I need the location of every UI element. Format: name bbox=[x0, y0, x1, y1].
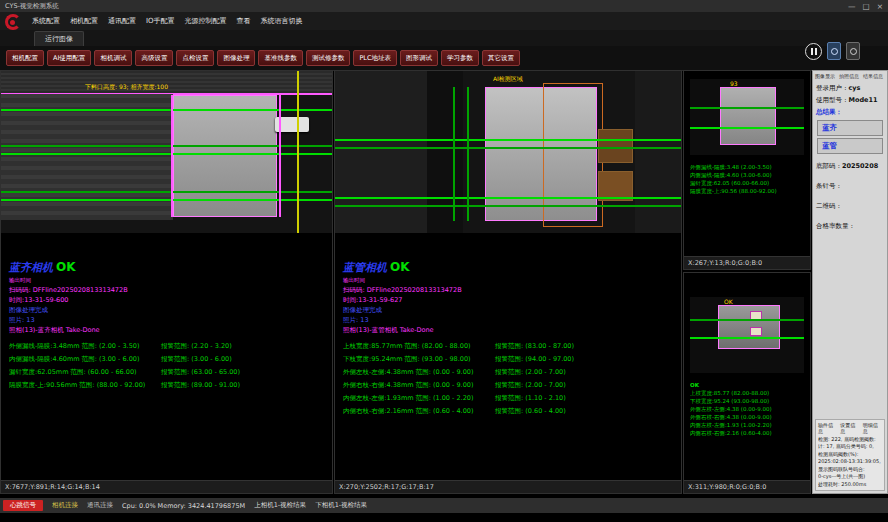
middle-camera-image[interactable]: AI检测区域 bbox=[335, 71, 681, 233]
mid-pixel-coordinates: X:270;Y:2502;R:17;G:17;B:17 bbox=[335, 480, 681, 493]
left-output-time-label: 输出时间 bbox=[9, 275, 328, 285]
menu-item-view[interactable]: 查看 bbox=[237, 16, 251, 26]
camera-upper-icon[interactable] bbox=[827, 42, 841, 60]
camera-lower-icon[interactable] bbox=[846, 42, 860, 60]
left-time-text: 时间:13-31-59-600 bbox=[9, 295, 328, 305]
panel-tab-result[interactable]: 结果信息 bbox=[863, 73, 883, 79]
measurement-alarm-range: 报警范围: (83.00 - 87.00) bbox=[495, 340, 574, 353]
menu-item-system-config[interactable]: 系统配置 bbox=[32, 16, 60, 26]
measurement-alarm-range: 报警范围: (63.00 - 65.00) bbox=[161, 366, 240, 379]
toolbar-advanced-settings-button[interactable]: 高级设置 bbox=[135, 50, 173, 66]
statistics-tabs: 输件信息 设置信息 明细信息 bbox=[818, 422, 882, 434]
titlebar: CYS-视觉检测系统 — □ × bbox=[0, 0, 888, 12]
measurement-row: 外侧漏线-隔膜:3.48mm 范围: (2.00 - 3.50) 报警范围: (… bbox=[9, 340, 328, 353]
measurement-row: 外侧右枝-右侧:4.38mm 范围: (0.00 - 9.00) 报警范围: (… bbox=[343, 379, 677, 392]
toolbar-baseline-params-button[interactable]: 基准线参数 bbox=[258, 50, 303, 66]
left-photo-count-text: 照片: 13 bbox=[9, 315, 328, 325]
measurement-row: 内侧左枝-左侧:1.93mm 范围: (1.00 - 2.20) 报警范围: (… bbox=[343, 392, 677, 405]
toolbar-learn-params-button[interactable]: 学习参数 bbox=[441, 50, 479, 66]
comm-connection-status: 通讯连接 bbox=[87, 501, 113, 510]
thumb-result-line: 内侧右枝-右侧:2.16 (0.60-4.00) bbox=[690, 429, 808, 437]
toolbar-image-process-button[interactable]: 图像处理 bbox=[217, 50, 255, 66]
measurement-row: 内侧漏线-隔膜:4.60mm 范围: (3.00 - 6.00) 报警范围: (… bbox=[9, 353, 328, 366]
thumb-status-text: OK bbox=[690, 381, 808, 389]
thumbnail-lower-image[interactable]: OK bbox=[690, 297, 804, 373]
measurement-value: 上枝宽度:85.77mm 范围: (82.00 - 88.00) bbox=[343, 340, 495, 353]
tab-run-image[interactable]: 运行图像 bbox=[34, 31, 84, 46]
app-window: CYS-视觉检测系统 — □ × 系统配置 相机配置 通讯配置 IO手配置 光源… bbox=[0, 0, 888, 522]
model-value: Mode11 bbox=[849, 96, 878, 104]
stats-line: 计: 17, 底码分类号码: 0, bbox=[818, 443, 882, 451]
mid-overlay-label: AI检测区域 bbox=[493, 75, 523, 84]
measure-line-green-vertical bbox=[467, 87, 469, 221]
menu-item-camera-config[interactable]: 相机配置 bbox=[70, 16, 98, 26]
stats-line: 处理耗时: 250.00ms bbox=[818, 481, 882, 489]
stats-line: 检测底码阀数(%): bbox=[818, 451, 882, 459]
measurement-value: 隔膜宽度-上:90.56mm 范围: (88.00 - 92.00) bbox=[9, 379, 161, 392]
left-barcode-text: 扫码码: DFFline2025020813313472B bbox=[9, 285, 328, 295]
thumbnail-upper-image[interactable]: 93 bbox=[690, 79, 804, 155]
menu-item-comm-config[interactable]: 通讯配置 bbox=[108, 16, 136, 26]
measure-line-green bbox=[335, 205, 681, 207]
toolbar-icon-group bbox=[805, 42, 860, 60]
panel-header-tabs: 图像显示 拍照信息 结果信息 bbox=[813, 71, 887, 82]
pass-rate-label: 合格率数量： bbox=[813, 220, 887, 232]
left-capture-note-text: 照相(13)-蓝齐相机 Take-Done bbox=[9, 325, 328, 335]
menu-item-light-config[interactable]: 光源控制配置 bbox=[185, 16, 227, 26]
left-result-status: OK bbox=[56, 260, 76, 274]
measurement-alarm-range: 报警范围: (0.60 - 4.00) bbox=[495, 405, 566, 418]
measurement-row: 内侧右枝-右侧:2.16mm 范围: (0.60 - 4.00) 报警范围: (… bbox=[343, 405, 677, 418]
stats-tab-parts[interactable]: 输件信息 bbox=[818, 422, 837, 434]
toolbar-graphic-debug-button[interactable]: 图形调试 bbox=[400, 50, 438, 66]
mid-image-background-structure bbox=[635, 71, 681, 233]
maximize-button[interactable]: □ bbox=[863, 2, 870, 11]
thumbnail-upper-results: 外侧漏线-隔膜:3.48 (2.00-3.50) 内侧漏线-隔膜:4.60 (3… bbox=[690, 163, 808, 195]
tab-row: 运行图像 bbox=[0, 30, 888, 46]
toolbar-test-params-button[interactable]: 测试修参数 bbox=[306, 50, 351, 66]
measure-line-green bbox=[335, 147, 681, 149]
mid-output-time-label: 输出时间 bbox=[343, 275, 677, 285]
toolbar-spot-check-button[interactable]: 点检设置 bbox=[176, 50, 214, 66]
measurement-value: 内侧左枝-左侧:1.93mm 范围: (1.00 - 2.20) bbox=[343, 392, 495, 405]
toolbar-camera-config-button[interactable]: 相机配置 bbox=[6, 50, 44, 66]
mid-image-background-structure bbox=[427, 71, 463, 233]
measure-line-green bbox=[1, 109, 332, 111]
minimize-button[interactable]: — bbox=[848, 2, 856, 11]
measure-line-green bbox=[1, 145, 332, 147]
toolbar-plc-address-button[interactable]: PLC地址表 bbox=[353, 50, 397, 66]
measure-line-green-vertical bbox=[453, 87, 455, 221]
menu-item-language[interactable]: 系统语言切换 bbox=[261, 16, 303, 26]
pause-icon[interactable] bbox=[805, 43, 822, 60]
left-overlay-label: 下料口高度: 93; 相齐宽度:100 bbox=[85, 83, 168, 92]
panel-tab-capture[interactable]: 拍照信息 bbox=[839, 73, 859, 79]
left-camera-view: 下料口高度: 93; 相齐宽度:100 蓝齐相机OK 输出时间 扫码码: DFF… bbox=[0, 70, 333, 494]
mid-capture-note-text: 照相(13)-蓝管相机 Take-Done bbox=[343, 325, 677, 335]
upper-camera-result-label: 上相机1-视检结果 bbox=[254, 501, 306, 510]
thumb-inspected-part bbox=[718, 305, 780, 349]
heartbeat-status-badge: 心跳信号 bbox=[3, 500, 43, 511]
measurement-alarm-range: 报警范围: (2.00 - 7.00) bbox=[495, 366, 566, 379]
panel-tab-image[interactable]: 图像显示 bbox=[815, 73, 835, 79]
stats-tab-settings[interactable]: 设置信息 bbox=[840, 422, 859, 434]
left-camera-image[interactable]: 下料口高度: 93; 相齐宽度:100 bbox=[1, 71, 332, 233]
left-image-background-structure bbox=[1, 94, 173, 220]
thumb-result-line: 漏针宽度:62.05 (60.00-66.00) bbox=[690, 179, 808, 187]
middle-camera-view: AI检测区域 蓝管相机OK 输出时间 扫码码: DFFline202502081… bbox=[334, 70, 682, 494]
menu-item-io-config[interactable]: IO手配置 bbox=[146, 16, 175, 26]
mid-result-block: 蓝管相机OK 输出时间 扫码码: DFFline2025020813313472… bbox=[343, 256, 677, 418]
measure-line-green bbox=[690, 337, 804, 339]
camera-connection-status: 相机连接 bbox=[52, 501, 78, 510]
toolbar-camera-debug-button[interactable]: 相机调试 bbox=[94, 50, 132, 66]
measure-line-green bbox=[1, 199, 332, 201]
stats-tab-details[interactable]: 明细信息 bbox=[863, 422, 882, 434]
toolbar-ai-config-button[interactable]: AI使用配置 bbox=[47, 50, 91, 66]
toolbar-other-settings-button[interactable]: 其它设置 bbox=[482, 50, 520, 66]
close-button[interactable]: × bbox=[877, 2, 883, 11]
measure-line-magenta bbox=[171, 95, 173, 217]
measure-line-green bbox=[690, 107, 804, 109]
thumb-result-line: 内侧漏线-隔膜:4.60 (3.00-6.00) bbox=[690, 171, 808, 179]
measurement-value: 内侧漏线-隔膜:4.60mm 范围: (3.00 - 6.00) bbox=[9, 353, 161, 366]
qr-code-label: 二维码： bbox=[813, 200, 887, 212]
stats-line: 显示图码联队号码合: bbox=[818, 466, 882, 474]
login-user-label: 登录用户： bbox=[816, 84, 849, 92]
